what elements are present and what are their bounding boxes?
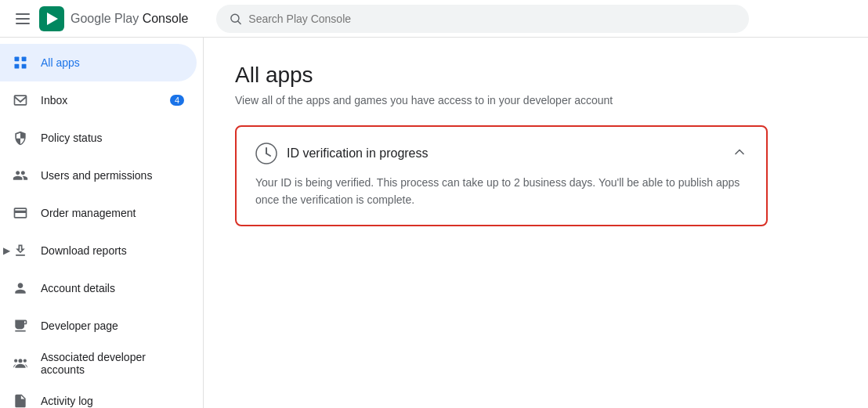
logo-text: Google Play Console	[71, 12, 188, 26]
play-logo-icon	[39, 6, 64, 31]
svg-rect-6	[15, 64, 20, 69]
sidebar-item-users-permissions[interactable]: Users and permissions	[0, 157, 197, 194]
svg-rect-4	[15, 57, 20, 62]
activity-icon	[13, 393, 28, 408]
search-bar[interactable]	[216, 5, 749, 33]
sidebar-label-download: Download reports	[41, 244, 127, 257]
shield-icon	[13, 130, 28, 146]
sidebar-item-activity-log[interactable]: Activity log	[0, 382, 197, 408]
people-icon	[13, 168, 28, 183]
inbox-icon	[13, 92, 28, 108]
svg-rect-5	[22, 57, 27, 62]
alert-title: ID verification in progress	[287, 146, 429, 161]
sidebar-label-users: Users and permissions	[41, 169, 152, 182]
logo-area: Google Play Console	[13, 6, 216, 31]
alert-header: ID verification in progress	[255, 143, 747, 164]
sidebar-label-developer: Developer page	[41, 320, 118, 332]
sidebar-item-order-management[interactable]: Order management	[0, 194, 197, 232]
svg-line-13	[266, 153, 270, 156]
svg-point-10	[24, 359, 27, 363]
sidebar-item-all-apps[interactable]: All apps	[0, 44, 197, 81]
sidebar-item-associated-accounts[interactable]: Associated developer accounts	[0, 345, 197, 382]
sidebar-label-all-apps: All apps	[41, 56, 80, 69]
inbox-badge: 4	[170, 95, 184, 106]
alert-title-row: ID verification in progress	[255, 143, 429, 164]
svg-point-8	[19, 359, 23, 363]
page-subtitle: View all of the apps and games you have …	[235, 94, 837, 107]
expand-arrow-icon: ▶	[3, 245, 10, 256]
svg-line-3	[238, 21, 241, 23]
collapse-alert-button[interactable]	[732, 144, 747, 164]
clock-icon	[255, 143, 277, 164]
groups-icon	[13, 356, 28, 371]
sidebar-label-order: Order management	[41, 207, 136, 219]
id-verification-alert-card: ID verification in progress Your ID is b…	[235, 125, 768, 226]
svg-point-9	[14, 359, 17, 363]
sidebar-item-account-details[interactable]: Account details	[0, 269, 197, 307]
sidebar-label-account: Account details	[41, 282, 115, 294]
card-icon	[13, 205, 28, 221]
sidebar-label-associated: Associated developer accounts	[41, 351, 184, 376]
topbar: Google Play Console	[0, 0, 868, 38]
page-title: All apps	[235, 63, 837, 88]
svg-rect-7	[22, 64, 27, 69]
grid-icon	[13, 55, 28, 70]
sidebar-label-inbox: Inbox	[41, 94, 67, 107]
sidebar-item-download-reports[interactable]: ▶ Download reports	[0, 232, 197, 269]
main-content: All apps View all of the apps and games …	[204, 38, 868, 408]
person-icon	[13, 280, 28, 296]
developer-icon	[13, 318, 28, 334]
layout: All apps Inbox 4 Policy status Users and…	[0, 38, 868, 408]
sidebar-item-developer-page[interactable]: Developer page	[0, 307, 197, 345]
sidebar-label-policy: Policy status	[41, 132, 103, 144]
sidebar-item-inbox[interactable]: Inbox 4	[0, 81, 197, 119]
download-icon	[13, 243, 28, 258]
search-icon	[229, 12, 242, 26]
hamburger-menu-button[interactable]	[13, 10, 33, 27]
sidebar-item-policy-status[interactable]: Policy status	[0, 119, 197, 157]
sidebar-label-activity: Activity log	[41, 395, 93, 407]
sidebar: All apps Inbox 4 Policy status Users and…	[0, 38, 204, 408]
alert-body: Your ID is being verified. This process …	[255, 174, 747, 209]
search-input[interactable]	[248, 13, 736, 25]
